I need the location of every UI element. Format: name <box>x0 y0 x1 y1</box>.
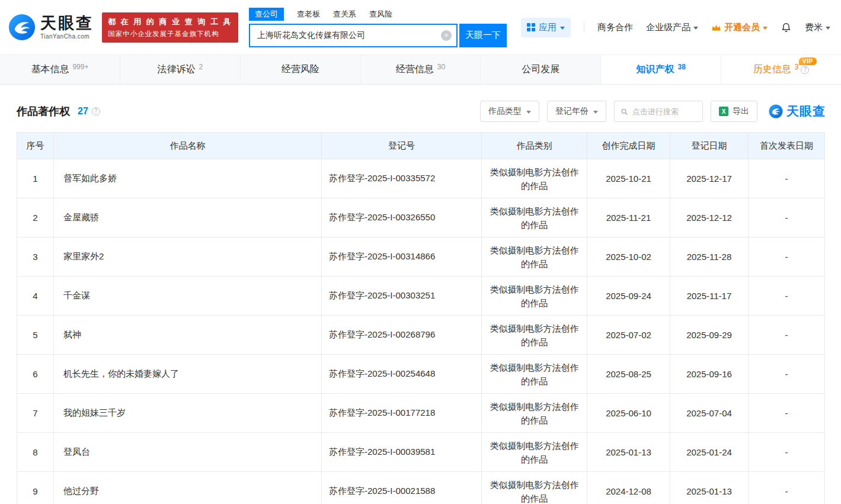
cell-work-name: 千金谋 <box>54 277 322 316</box>
cell-registration-date: 2025-11-17 <box>670 277 749 316</box>
chevron-down-icon <box>693 27 698 30</box>
column-header-work-name: 作品名称 <box>54 133 322 159</box>
cell-registration-number: 苏作登字-2025-I-00303251 <box>322 277 482 316</box>
tab-label: 经营信息 <box>396 63 434 76</box>
table-search-input[interactable] <box>632 107 696 116</box>
cell-first-publish-date: - <box>749 277 825 316</box>
tab-company-development[interactable]: 公司发展 <box>481 55 601 84</box>
cell-work-category: 类似摄制电影方法创作的作品 <box>482 394 587 433</box>
section-header: 作品著作权 27 作品类型 登记年份 <box>0 85 841 132</box>
cell-registration-date: 2025-09-29 <box>670 316 749 355</box>
cell-index: 7 <box>17 394 54 433</box>
cell-index: 2 <box>17 198 54 237</box>
cell-work-name: 他过分野 <box>54 472 322 504</box>
cell-index: 9 <box>17 472 54 504</box>
tab-count: 999+ <box>72 63 88 71</box>
cell-registration-date: 2025-12-17 <box>670 159 749 198</box>
cell-creation-date: 2025-01-13 <box>587 433 670 472</box>
export-button[interactable]: 导出 <box>711 101 757 122</box>
cell-first-publish-date: - <box>749 198 825 237</box>
watermark-text: 天眼查 <box>786 103 826 120</box>
vip-badge: VIP <box>799 57 817 65</box>
help-icon[interactable] <box>801 66 809 74</box>
column-header-work-category: 作品类别 <box>482 133 587 159</box>
nav-open-membership[interactable]: 开通会员 <box>711 22 768 33</box>
section-title-wrap: 作品著作权 27 <box>17 104 100 118</box>
nav-business-cooperation-label: 商务合作 <box>597 22 633 33</box>
cell-first-publish-date: - <box>749 394 825 433</box>
tab-legal-proceedings[interactable]: 法律诉讼 2 <box>120 55 241 84</box>
nav-username[interactable]: 费米 <box>805 22 830 33</box>
tab-count: 30 <box>437 63 445 71</box>
cell-work-name: 登凤台 <box>54 433 322 472</box>
clear-icon[interactable] <box>441 30 452 41</box>
search-tabs: 查公司 查老板 查关系 查风险 <box>249 8 507 21</box>
cell-registration-number: 苏作登字-2025-I-00268796 <box>322 316 482 355</box>
crown-icon <box>711 23 721 32</box>
tianyancha-logo[interactable]: 天眼查 TianYanCha.com <box>8 14 94 41</box>
cell-work-category: 类似摄制电影方法创作的作品 <box>482 237 587 277</box>
nav-divider <box>584 22 584 33</box>
filter-work-type[interactable]: 作品类型 <box>480 101 539 122</box>
chevron-down-icon <box>763 27 768 30</box>
brand-name: 天眼查 <box>40 15 94 33</box>
top-header: 天眼查 TianYanCha.com 都 在 用 的 商 业 查 询 工 具 国… <box>0 0 841 54</box>
cell-creation-date: 2024-12-08 <box>587 472 670 504</box>
tianyancha-logo-icon <box>8 14 36 41</box>
search-tab-risk[interactable]: 查风险 <box>369 9 392 20</box>
search-icon <box>621 107 628 116</box>
apps-menu-label: 应用 <box>539 22 557 33</box>
tab-history-info[interactable]: VIP 历史信息 3 <box>721 55 841 84</box>
help-icon[interactable] <box>92 107 100 115</box>
cell-index: 8 <box>17 433 54 472</box>
cell-work-name: 我的姐妹三千岁 <box>54 394 322 433</box>
cell-work-name: 督军如此多娇 <box>54 159 322 198</box>
cell-work-category: 类似摄制电影方法创作的作品 <box>482 159 587 198</box>
table-body: 1 督军如此多娇 苏作登字-2025-I-00335572 类似摄制电影方法创作… <box>17 159 825 504</box>
table-row: 7 我的姐妹三千岁 苏作登字-2025-I-00177218 类似摄制电影方法创… <box>17 394 825 433</box>
promo-line1: 都 在 用 的 商 业 查 询 工 具 <box>108 17 232 27</box>
cell-registration-date: 2025-09-16 <box>670 355 749 394</box>
nav-username-label: 费米 <box>805 22 823 33</box>
cell-creation-date: 2025-10-02 <box>587 237 670 277</box>
nav-enterprise-products[interactable]: 企业级产品 <box>646 22 698 33</box>
table-row: 9 他过分野 苏作登字-2025-I-00021588 类似摄制电影方法创作的作… <box>17 472 825 504</box>
company-search-input[interactable] <box>249 24 458 47</box>
bell-icon[interactable] <box>781 22 792 33</box>
table-row: 8 登凤台 苏作登字-2025-I-00039581 类似摄制电影方法创作的作品… <box>17 433 825 472</box>
search-block: 查公司 查老板 查关系 查风险 天眼一下 <box>249 8 507 47</box>
chevron-down-icon <box>560 27 565 30</box>
cell-registration-date: 2025-11-28 <box>670 237 749 277</box>
nav-business-cooperation[interactable]: 商务合作 <box>597 22 633 33</box>
search-tab-company[interactable]: 查公司 <box>249 8 284 21</box>
tab-operation-info[interactable]: 经营信息 30 <box>361 55 481 84</box>
cell-index: 5 <box>17 316 54 355</box>
cell-registration-date: 2025-12-12 <box>670 198 749 237</box>
search-button[interactable]: 天眼一下 <box>459 24 507 47</box>
table-row: 4 千金谋 苏作登字-2025-I-00303251 类似摄制电影方法创作的作品… <box>17 277 825 316</box>
tab-basic-info[interactable]: 基本信息 999+ <box>0 55 120 84</box>
filter-registration-year[interactable]: 登记年份 <box>547 101 606 122</box>
cell-creation-date: 2025-07-02 <box>587 316 670 355</box>
cell-work-category: 类似摄制电影方法创作的作品 <box>482 472 587 504</box>
column-header-index: 序号 <box>17 133 54 159</box>
section-count: 27 <box>78 106 88 117</box>
table-search-box[interactable] <box>614 101 703 122</box>
table-header: 序号 作品名称 登记号 作品类别 创作完成日期 登记日期 首次发表日期 <box>17 133 825 159</box>
tianyancha-watermark: 天眼查 <box>769 103 826 120</box>
cell-creation-date: 2025-10-21 <box>587 159 670 198</box>
cell-creation-date: 2025-08-25 <box>587 355 670 394</box>
section-controls: 作品类型 登记年份 导出 <box>480 101 826 122</box>
apps-menu-button[interactable]: 应用 <box>521 18 571 37</box>
cell-registration-number: 苏作登字-2025-I-00335572 <box>322 159 482 198</box>
grid-icon <box>527 23 535 31</box>
column-header-registration-number: 登记号 <box>322 133 482 159</box>
search-tab-boss[interactable]: 查老板 <box>297 9 320 20</box>
tab-operation-risk[interactable]: 经营风险 <box>241 55 361 84</box>
section-title: 作品著作权 <box>17 104 70 118</box>
table-row: 3 家里家外2 苏作登字-2025-I-00314866 类似摄制电影方法创作的… <box>17 237 825 277</box>
search-tab-relation[interactable]: 查关系 <box>333 9 356 20</box>
cell-index: 3 <box>17 237 54 277</box>
tab-intellectual-property[interactable]: 知识产权 38 <box>601 55 721 84</box>
cell-work-name: 家里家外2 <box>54 237 322 277</box>
